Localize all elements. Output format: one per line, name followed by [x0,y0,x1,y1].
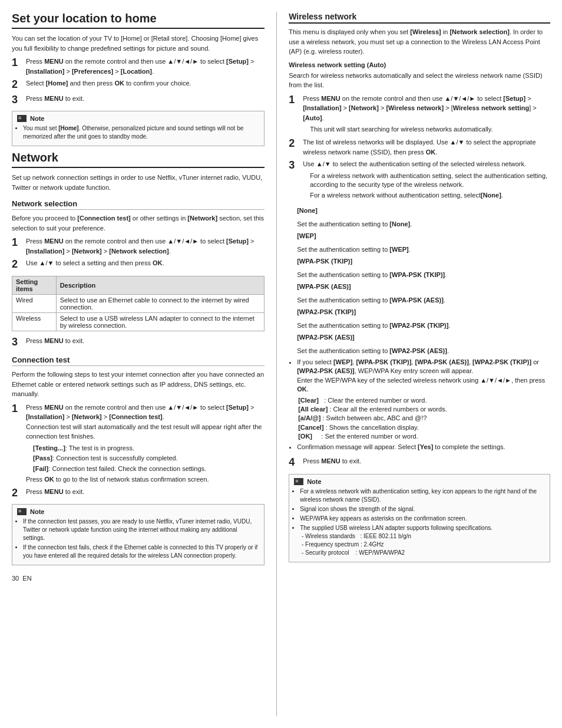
note-list: You must set [Home]. Otherwise, personal… [23,124,259,141]
option-wpa2-psk-tkip-desc: Set the authentication setting to [WPA2-… [297,321,550,331]
bullet-item: [Testing...]: The test is in progress. [33,444,265,453]
option-wpa2-psk-aes: [WPA2-PSK (AES)] [297,332,550,342]
note-icon [17,508,27,515]
bullet-item: For a wireless network with authenticati… [310,172,550,190]
note-list: For a wireless network with authenticati… [300,487,545,557]
step-item: 4 Press MENU to exit. [289,456,550,469]
step-number: 1 [12,57,22,70]
network-selection-steps: 1 Press MENU on the remote control and t… [12,236,265,271]
step-item: 3 Press MENU to exit. [12,94,265,107]
step-number: 4 [289,456,299,469]
note-item: Signal icon shows the strength of the si… [300,505,545,513]
set-location-steps: 1 Press MENU on the remote control and t… [12,57,265,106]
option-none-desc: Set the authentication setting to [None]… [297,219,550,229]
option-wpa2-psk-aes-desc: Set the authentication setting to [WPA2-… [297,346,550,356]
network-selection-step3: 3 Press MENU to exit. [12,336,265,349]
note-header: Note [17,508,259,515]
note-item: You must set [Home]. Otherwise, personal… [23,124,259,141]
step-number: 2 [12,487,22,500]
col-header-description: Description [56,276,265,294]
step-text: Press MENU to exit. [303,456,550,466]
option-wep-desc: Set the authentication setting to [WEP]. [297,245,550,255]
step-text: Press MENU on the remote control and the… [26,403,265,485]
step-number: 3 [12,336,22,349]
step-item: 1 Press MENU on the remote control and t… [289,94,550,136]
network-selection-title: Network selection [12,199,265,210]
table-row: Wired Select to use an Ethernet cable to… [12,294,265,312]
note-list: If the connection test passes, you are r… [23,518,259,560]
bullet-item: [Fail]: Connection test failed. Check th… [33,465,265,473]
step-number: 3 [12,94,22,107]
key-cancel: [Cancel] : Shows the cancellation displa… [298,424,419,431]
key-ok: [OK] : Set the entered number or word. [298,433,418,440]
network-intro: Set up network connection settings in or… [12,173,265,192]
auth-options: [None] Set the authentication setting to… [297,206,550,355]
step-number: 2 [12,78,22,91]
step-item: 3 Press MENU to exit. [12,336,265,349]
setting-item-wired: Wired [12,294,57,312]
option-wpa-psk-aes: [WPA-PSK (AES)] [297,282,550,292]
key-all-clear: [All clear] : Clear all the entered numb… [298,406,447,413]
right-column: Wireless network This menu is displayed … [277,12,550,716]
note-icon [294,478,303,485]
step-text: The list of wireless networks will be di… [303,137,550,157]
set-location-intro: You can set the location of your TV to [… [12,34,265,53]
col-header-setting: Setting items [12,276,57,294]
step-item: 2 Press MENU to exit. [12,487,265,500]
step-text: Select [Home] and then press OK to confi… [26,78,265,88]
bullet-item: [Pass]: Connection test is successfully … [33,454,265,463]
note-item: For a wireless network with authenticati… [300,487,545,504]
setting-table: Setting items Description Wired Select t… [12,276,265,331]
step-number: 1 [12,403,22,416]
step-item: 2 Select [Home] and then press OK to con… [12,78,265,91]
setting-desc-wired: Select to use an Ethernet cable to conne… [56,294,265,312]
step-item: 1 Press MENU on the remote control and t… [12,236,265,256]
step-text: Press MENU to exit. [26,94,265,104]
key-clear: [Clear] : Clear the entered number or wo… [298,397,427,404]
option-wpa-psk-aes-desc: Set the authentication setting to [WPA-P… [297,295,550,305]
bullet-item: For a wireless network without authentic… [310,191,550,200]
page-number: 30 EN [12,575,265,582]
option-wpa2-psk-tkip: [WPA2-PSK (TKIP)] [297,307,550,317]
bullet-item: This unit will start searching for wirel… [310,125,550,134]
option-wpa-psk-tkip: [WPA-PSK (TKIP)] [297,256,550,266]
option-none: [None] [297,206,550,216]
set-location-note: Note You must set [Home]. Otherwise, per… [12,111,265,146]
step-text: Use ▲/▼ to select a setting and then pre… [26,258,265,268]
bullet-item: Confirmation message will appear. Select… [297,443,550,452]
step-text: Press MENU to exit. [26,487,265,497]
step-number: 1 [12,236,22,249]
key-a-at: [a/A/@] : Switch between abc, ABC and @!… [298,414,427,421]
wireless-auto-step4: 4 Press MENU to exit. [289,456,550,469]
note-item: The supplied USB wireless LAN adapter su… [300,524,545,557]
step-number: 3 [289,159,299,172]
option-wep: [WEP] [297,231,550,241]
wireless-auto-intro: Search for wireless networks automatical… [289,71,550,90]
setting-desc-wireless: Select to use a USB wireless LAN adapter… [56,312,265,331]
step-item: 2 The list of wireless networks will be … [289,137,550,157]
step-number: 1 [289,94,299,107]
left-column: Set your location to home You can set th… [12,12,277,716]
network-title: Network [12,151,265,168]
connection-test-intro: Perform the following steps to test your… [12,370,265,399]
step-item: 3 Use ▲/▼ to select the authentication s… [289,159,550,201]
step-text: Press MENU on the remote control and the… [26,236,265,256]
step-item: 1 Press MENU on the remote control and t… [12,57,265,76]
step-number: 2 [289,137,299,150]
note-item: If the connection test passes, you are r… [23,518,259,542]
setting-item-wireless: Wireless [12,312,57,331]
step-text: Press MENU on the remote control and the… [26,57,265,76]
connection-test-note: Note If the connection test passes, you … [12,504,265,565]
note-item: If the connection test fails, check if t… [23,543,259,560]
wireless-auto-title: Wireless network setting (Auto) [289,61,550,68]
step-text: Press MENU on the remote control and the… [303,94,550,136]
note-header: Note [17,115,259,122]
step-number: 2 [12,258,22,271]
note-icon [17,115,27,122]
connection-test-title: Connection test [12,355,265,366]
network-selection-intro: Before you proceed to [Connection test] … [12,213,265,233]
note-header: Note [294,478,545,485]
bullet-item: If you select [WEP], [WPA-PSK (TKIP)], [… [297,358,550,442]
wpa-details: If you select [WEP], [WPA-PSK (TKIP)], [… [297,358,550,452]
table-row: Wireless Select to use a USB wireless LA… [12,312,265,331]
